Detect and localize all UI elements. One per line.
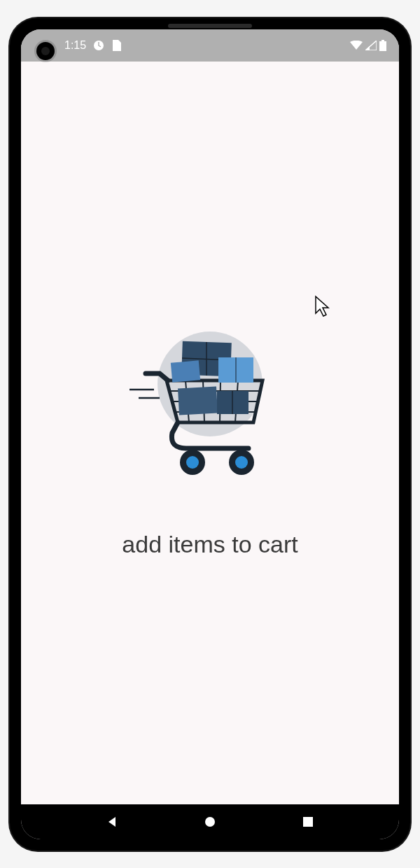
svg-rect-21	[171, 360, 200, 382]
android-status-bar: 1:15	[21, 29, 399, 62]
battery-icon	[379, 40, 386, 51]
nav-recent-button[interactable]	[300, 813, 316, 830]
empty-cart-message: add items to cart	[122, 531, 298, 558]
nav-home-button[interactable]	[202, 813, 218, 830]
svg-rect-27	[303, 817, 313, 827]
svg-point-25	[235, 456, 248, 469]
status-bar-right	[350, 40, 386, 51]
shopping-cart-illustration	[119, 307, 301, 489]
svg-point-23	[186, 456, 199, 469]
sd-card-icon	[111, 40, 121, 51]
svg-rect-13	[178, 387, 218, 415]
svg-rect-2	[379, 41, 386, 51]
front-camera-hole	[36, 42, 55, 60]
svg-point-26	[205, 817, 215, 827]
android-navigation-bar	[21, 804, 399, 839]
nav-back-button[interactable]	[104, 813, 120, 830]
signal-icon	[365, 41, 377, 50]
svg-rect-1	[382, 40, 384, 41]
notification-icon	[93, 40, 104, 51]
status-bar-left: 1:15	[64, 39, 121, 52]
status-time: 1:15	[64, 39, 86, 52]
phone-speaker-notch	[168, 24, 252, 28]
phone-screen: 1:15	[21, 29, 399, 839]
wifi-icon	[350, 41, 363, 50]
phone-device-frame: 1:15	[10, 18, 410, 851]
app-content-area: add items to cart	[21, 62, 399, 804]
